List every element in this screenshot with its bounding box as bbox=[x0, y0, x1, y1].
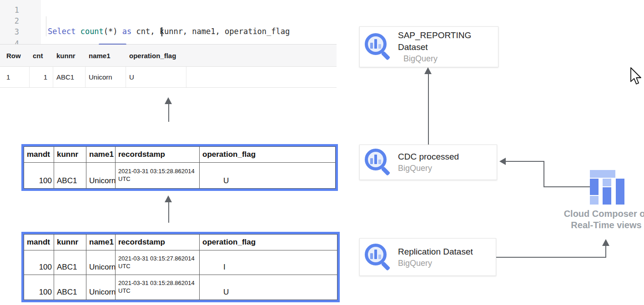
table-row: 100 ABC1 Unicorn 2021-03-31 03:15:28.862… bbox=[24, 275, 337, 300]
mouse-cursor-icon bbox=[630, 67, 643, 87]
table-header-cell: mandt bbox=[24, 235, 54, 250]
table-cell: 2021-03-31 03:15:28.862014 UTC bbox=[116, 275, 200, 300]
table-header-cell: mandt bbox=[24, 147, 54, 162]
table-header-row: mandt kunnr name1 recordstamp operation_… bbox=[24, 147, 335, 163]
table-header-cell: operation_flag bbox=[200, 235, 337, 250]
composer-label: Cloud Composer or Real-Time views bbox=[560, 208, 644, 231]
node-subtitle: BigQuery bbox=[398, 258, 473, 269]
table-header-cell: kunnr bbox=[54, 235, 86, 250]
table-cell: Unicorn bbox=[86, 163, 116, 188]
line-number: 2 bbox=[0, 15, 19, 26]
cloud-composer-icon bbox=[590, 170, 624, 205]
table-cell: 2021-03-31 03:15:27.862014 UTC bbox=[116, 250, 200, 275]
text-cursor bbox=[161, 27, 162, 36]
node-subtitle: BigQuery bbox=[398, 53, 482, 64]
results-header-cell: operation_flag bbox=[126, 45, 186, 66]
node-replication-dataset: Replication Dataset BigQuery bbox=[359, 238, 496, 276]
table-header-cell: recordstamp bbox=[116, 147, 200, 162]
results-row: 1 1 ABC1 Unicorn U bbox=[0, 67, 337, 88]
line-number: 1 bbox=[0, 5, 19, 15]
bigquery-icon bbox=[364, 148, 392, 176]
table-cell: U bbox=[200, 163, 335, 188]
page: 1 2 3 4 Select count(*) as cnt, kunnr, n… bbox=[0, 0, 644, 305]
table-cell: ABC1 bbox=[54, 275, 86, 300]
table-header-row: mandt kunnr name1 recordstamp operation_… bbox=[24, 235, 337, 250]
sql-keyword: as bbox=[122, 27, 131, 36]
node-title: SAP_REPORTING Dataset bbox=[398, 30, 482, 53]
table-cell: 2021-03-31 03:15:28.862014 UTC bbox=[116, 163, 200, 188]
results-cell: 1 bbox=[0, 67, 30, 87]
node-title: CDC processed bbox=[398, 151, 459, 163]
results-cell: 1 bbox=[30, 67, 53, 87]
line-number: 4 bbox=[0, 38, 19, 44]
replication-table: mandt kunnr name1 recordstamp operation_… bbox=[21, 232, 340, 302]
table-cell: Unicorn bbox=[86, 250, 116, 275]
table-header-cell: kunnr bbox=[54, 147, 86, 162]
table-cell: U bbox=[200, 275, 337, 300]
sql-keyword: Select bbox=[48, 27, 80, 36]
table-cell: 100 bbox=[24, 163, 54, 188]
node-title: Replication Dataset bbox=[398, 246, 473, 258]
indent-guide bbox=[46, 16, 46, 36]
results-cell: ABC1 bbox=[53, 67, 86, 87]
code-area[interactable]: Select count(*) as cnt, kunnr, name1, op… bbox=[48, 4, 290, 44]
line-number: 3 bbox=[0, 26, 19, 37]
table-row: 100 ABC1 Unicorn 2021-03-31 03:15:27.862… bbox=[24, 250, 337, 275]
bigquery-icon bbox=[364, 243, 392, 271]
node-sap-reporting-dataset: SAP_REPORTING Dataset BigQuery bbox=[359, 26, 498, 67]
query-results-table: Row cnt kunnr name1 operation_flag 1 1 A… bbox=[0, 45, 337, 88]
sql-editor[interactable]: 1 2 3 4 Select count(*) as cnt, kunnr, n… bbox=[0, 0, 337, 44]
node-subtitle: BigQuery bbox=[398, 163, 459, 174]
table-header-cell: name1 bbox=[86, 235, 116, 250]
bigquery-icon bbox=[364, 33, 392, 61]
results-header-cell: kunnr bbox=[53, 45, 86, 66]
results-cell: Unicorn bbox=[86, 67, 126, 87]
table-header-cell: name1 bbox=[86, 147, 116, 162]
table-row: 100 ABC1 Unicorn 2021-03-31 03:15:28.862… bbox=[24, 163, 335, 188]
results-header-cell: cnt bbox=[30, 45, 53, 66]
table-cell: ABC1 bbox=[54, 163, 86, 188]
table-cell: ABC1 bbox=[54, 250, 86, 275]
table-header-cell: recordstamp bbox=[116, 235, 200, 250]
table-cell: I bbox=[200, 250, 337, 275]
cdc-processed-table: mandt kunnr name1 recordstamp operation_… bbox=[21, 144, 338, 191]
results-header-cell: Row bbox=[0, 45, 30, 66]
table-cell: 100 bbox=[24, 275, 54, 300]
sql-function: count bbox=[80, 27, 104, 36]
code-line[interactable]: Select count(*) as cnt, kunnr, name1, op… bbox=[48, 26, 290, 37]
table-cell: Unicorn bbox=[86, 275, 116, 300]
results-header-row: Row cnt kunnr name1 operation_flag bbox=[0, 45, 337, 67]
results-header-cell: name1 bbox=[86, 45, 126, 66]
table-header-cell: operation_flag bbox=[200, 147, 335, 162]
results-cell: U bbox=[126, 67, 186, 87]
node-cdc-processed: CDC processed BigQuery bbox=[359, 145, 497, 180]
table-cell: 100 bbox=[24, 250, 54, 275]
